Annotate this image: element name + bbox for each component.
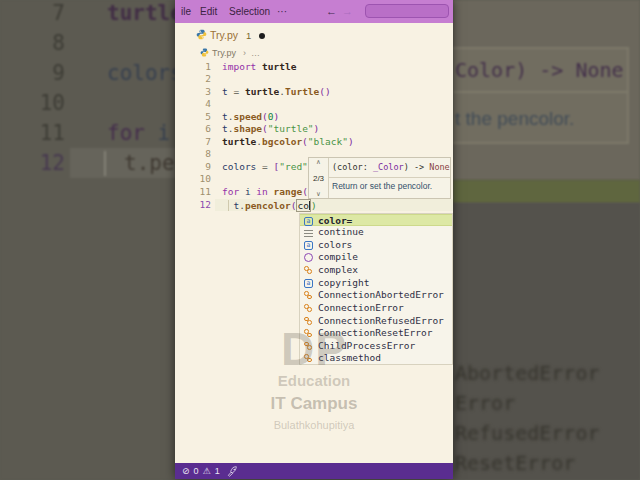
keyword-icon <box>304 230 313 237</box>
class-icon <box>304 342 313 351</box>
parameter-hint-doc: Return or set the pencolor. <box>329 178 450 191</box>
menu-edit[interactable]: Edit <box>200 0 217 23</box>
warnings-icon[interactable]: ⚠ <box>203 467 211 476</box>
code-line[interactable]: 5t.speed(0) <box>175 111 453 124</box>
tab-label[interactable]: Try.py <box>210 23 238 46</box>
parameter-hint-tooltip: ∧ 2/3 ∨ (color: _Color) -> None Return o… <box>308 157 451 199</box>
menu-more-icon[interactable]: ··· <box>277 0 287 23</box>
background-line-number: 12 <box>0 148 65 178</box>
parameter-hint-counter: 2/3 <box>313 174 324 183</box>
background-line-number: 9 <box>0 58 65 88</box>
code-line[interactable]: 6t.shape("turtle") <box>175 123 453 136</box>
suggest-item-label: copyright <box>318 277 369 290</box>
line-number: 2 <box>195 73 211 86</box>
code-text: t = turtle.Turtle() <box>222 86 331 99</box>
breadcrumb: Try.py › … <box>175 46 453 60</box>
code-token: bgcolor <box>262 136 302 147</box>
suggest-item[interactable]: ConnectionResetError <box>300 327 453 340</box>
breadcrumb-file[interactable]: Try.py <box>212 46 236 60</box>
chevron-down-icon[interactable]: ∨ <box>316 191 321 197</box>
code-token: speed <box>233 111 262 122</box>
suggest-item-label: continue <box>318 226 364 239</box>
code-token: ) <box>348 136 354 147</box>
suggest-item[interactable]: continue <box>300 226 453 239</box>
line-number: 3 <box>195 86 211 99</box>
code-line[interactable]: 4 <box>175 98 453 111</box>
rocket-icon[interactable] <box>227 466 238 477</box>
suggest-item[interactable]: acopyright <box>300 277 453 290</box>
background-tooltip: Color) -> None t the pencolor. <box>453 47 629 144</box>
suggest-item-label: ChildProcessError <box>318 340 415 353</box>
line-number: 11 <box>195 186 211 199</box>
code-token: pencolor <box>245 200 291 211</box>
suggest-item[interactable]: ConnectionRefusedError <box>300 315 453 328</box>
code-token: ) <box>311 200 317 211</box>
suggest-item[interactable]: compile <box>300 251 453 264</box>
code-token: = <box>262 161 273 172</box>
breadcrumb-more[interactable]: … <box>251 46 260 60</box>
line-number: 10 <box>195 173 211 186</box>
suggest-item[interactable]: classmethod <box>300 352 453 365</box>
tab-bar: Try.py 1 <box>175 23 453 46</box>
background-code-token: i <box>158 121 171 145</box>
signature-token: ) -> <box>404 162 430 172</box>
line-number: 9 <box>195 161 211 174</box>
chevron-up-icon[interactable]: ∧ <box>316 159 321 165</box>
code-token: = <box>233 86 244 97</box>
function-icon <box>304 253 313 262</box>
nav-back-icon[interactable]: ← <box>326 0 337 23</box>
code-token: range <box>274 186 303 197</box>
code-token: ( <box>302 186 308 197</box>
suggest-item[interactable]: ChildProcessError <box>300 340 453 353</box>
line-number: 7 <box>195 136 211 149</box>
warnings-count[interactable]: 1 <box>215 466 220 476</box>
background-line-number: 7 <box>0 0 65 28</box>
status-bar: ⊘ 0 ⚠ 1 <box>175 463 453 479</box>
background-line-number: 11 <box>0 118 65 148</box>
suggest-item-label: ConnectionResetError <box>318 327 432 340</box>
nav-forward-icon[interactable]: → <box>342 0 353 23</box>
errors-count[interactable]: 0 <box>194 466 199 476</box>
suggest-item[interactable]: complex <box>300 264 453 277</box>
variable-icon: a <box>304 217 313 226</box>
code-text: for i in range( <box>222 186 308 199</box>
menu-selection[interactable]: Selection <box>229 0 270 23</box>
code-token: colors <box>222 161 262 172</box>
class-icon <box>304 266 313 275</box>
menu-file[interactable]: ile <box>181 0 191 23</box>
background-tooltip-signature: Color) -> None <box>453 49 627 93</box>
suggest-item[interactable]: acolors <box>300 239 453 252</box>
suggest-item[interactable]: ConnectionAbortedError <box>300 289 453 302</box>
line-number: 1 <box>195 61 211 74</box>
background-error-text: AbortedError <box>455 360 600 386</box>
code-token: i <box>245 186 256 197</box>
title-bar: ile Edit Selection ··· ← → <box>175 0 453 23</box>
background-error-text: ResetError <box>455 450 575 476</box>
background-error-text: RefusedError <box>455 420 600 446</box>
command-search-input[interactable] <box>365 4 449 18</box>
suggest-item-label: colors <box>318 239 352 252</box>
code-line[interactable]: 3t = turtle.Turtle() <box>175 86 453 99</box>
code-line[interactable]: 7turtle.bgcolor("black") <box>175 136 453 149</box>
background-code-token: turtle <box>107 1 183 25</box>
background-line-number: 8 <box>0 28 65 58</box>
code-token: shape <box>233 123 262 134</box>
suggest-item[interactable]: acolor= <box>300 214 453 227</box>
code-token: for <box>222 186 245 197</box>
code-line[interactable]: 2 <box>175 73 453 86</box>
suggest-item-label: classmethod <box>318 352 381 365</box>
background-code-token: for <box>107 121 158 145</box>
errors-icon[interactable]: ⊘ <box>182 467 190 476</box>
background-code-text: for i <box>107 118 170 148</box>
code-line[interactable]: 12 t.pencolor(co) <box>175 199 453 212</box>
code-token: turtle <box>245 86 279 97</box>
class-icon <box>304 329 313 338</box>
code-line[interactable]: 1import turtle <box>175 61 453 74</box>
code-token: ) <box>314 123 320 134</box>
code-text: t.speed(0) <box>222 111 279 124</box>
tab-modified-dot[interactable] <box>259 33 265 39</box>
class-icon <box>304 354 313 363</box>
suggest-item[interactable]: ConnectionError <box>300 302 453 315</box>
suggest-item-label: ConnectionError <box>318 302 404 315</box>
suggest-item-label: ConnectionRefusedError <box>318 315 444 328</box>
